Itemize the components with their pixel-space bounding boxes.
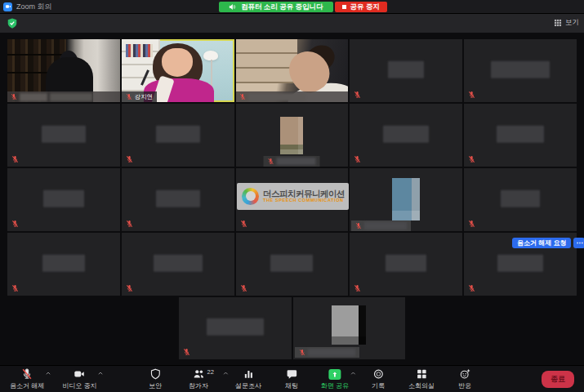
participant-name-bar [7, 91, 120, 102]
participant-tile[interactable] [179, 297, 291, 359]
sound-share-banner: 컴퓨터 소리 공유 중입니다 공유 중지 [219, 2, 387, 12]
unmute-label: 음소거 해제 [10, 381, 44, 390]
redacted-participant-name [43, 189, 84, 207]
participant-tile[interactable] [236, 39, 349, 102]
video-options-chevron-icon[interactable] [97, 370, 104, 376]
mic-muted-icon [468, 91, 475, 99]
mic-muted-icon [126, 220, 133, 228]
mic-muted-icon [126, 93, 132, 100]
participants-label: 참가자 [189, 381, 208, 390]
window-title: Zoom 회의 [16, 2, 52, 12]
view-button[interactable]: 보기 [554, 18, 579, 28]
mic-muted-icon [11, 155, 19, 163]
redacted-participant-name [156, 189, 200, 207]
participant-tile[interactable] [236, 104, 349, 167]
participant-tile[interactable] [7, 104, 120, 167]
redacted-participant-name [388, 60, 424, 78]
end-meeting-button[interactable]: 종료 [542, 371, 574, 388]
security-label: 보안 [149, 381, 162, 390]
participant-name-bar: 강지연 [122, 91, 158, 102]
watermark-subtitle: THE SPEECH COMMUNICATION [263, 198, 345, 203]
participants-count: 22 [207, 368, 214, 376]
more-options-button[interactable]: ⋯ [573, 238, 584, 248]
view-label: 보기 [565, 18, 579, 28]
breakout-rooms-button[interactable]: 소회의실 [408, 368, 435, 390]
video-background [203, 51, 218, 60]
participant-tile[interactable] [293, 297, 405, 359]
participants-button[interactable]: 22 참가자 [185, 368, 212, 390]
redacted-participant-name [207, 318, 264, 336]
titlebar: Zoom 회의 컴퓨터 소리 공유 중입니다 공유 중지 [0, 0, 584, 14]
active-speaker-tile[interactable]: 강지연 [122, 39, 234, 102]
video-background [7, 54, 66, 56]
participants-chevron-icon[interactable] [222, 370, 229, 376]
stop-video-button[interactable]: 비디오 중지 [62, 368, 96, 390]
audio-options-chevron-icon[interactable] [45, 370, 51, 376]
speaker-icon [229, 3, 236, 11]
participant-avatar [332, 305, 366, 345]
redacted-participant-name [277, 158, 316, 165]
reactions-label: 반응 [458, 381, 471, 390]
redacted-participant-name [364, 222, 407, 229]
participant-tile[interactable] [464, 168, 577, 231]
mic-muted-icon [468, 284, 475, 292]
participant-tile[interactable] [350, 233, 462, 296]
gallery-grid-icon [554, 19, 562, 27]
redacted-participant-name [270, 254, 313, 271]
record-label: 기록 [372, 381, 385, 390]
participant-avatar [392, 178, 420, 220]
record-button[interactable]: 기록 [364, 368, 392, 390]
polls-button[interactable]: 설문조사 [234, 368, 262, 390]
sound-share-text: 컴퓨터 소리 공유 중입니다 [241, 2, 323, 12]
mic-muted-icon [354, 155, 361, 163]
mic-muted-icon [126, 284, 133, 292]
participant-name-bar [236, 91, 349, 102]
participant-tile[interactable] [122, 168, 234, 231]
participant-tile[interactable] [350, 39, 462, 102]
unmute-request-overlay: 음소거 해제 요청 ⋯ [512, 238, 584, 248]
mic-muted-icon [183, 348, 190, 356]
participant-name: 강지연 [135, 93, 154, 101]
share-options-chevron-icon[interactable] [350, 370, 356, 376]
mic-muted-icon [468, 155, 475, 163]
mic-muted-icon [299, 349, 305, 356]
redacted-participant-name [308, 349, 355, 356]
participant-tile[interactable] [464, 39, 577, 102]
stop-share-button[interactable]: 공유 중지 [335, 2, 387, 12]
security-button[interactable]: 보안 [141, 368, 169, 390]
participant-tile[interactable] [350, 168, 462, 231]
participant-tile[interactable] [7, 233, 120, 296]
participant-tile[interactable] [350, 104, 462, 167]
participant-tile[interactable] [122, 104, 234, 167]
ask-to-unmute-button[interactable]: 음소거 해제 요청 [512, 238, 571, 248]
unmute-button[interactable]: 음소거 해제 [10, 368, 44, 390]
company-logo-icon [242, 188, 259, 205]
redacted-participant-name [42, 125, 86, 142]
mic-muted-icon [126, 155, 133, 163]
participant-tile[interactable] [122, 233, 234, 296]
mic-muted-icon [240, 284, 247, 292]
share-screen-label: 화면 공유 [321, 381, 349, 390]
mic-muted-icon [354, 284, 361, 292]
participant-avatar [280, 117, 303, 154]
stop-icon [342, 5, 346, 9]
chat-button[interactable]: 채팅 [278, 368, 305, 390]
participant-person [162, 48, 192, 77]
participant-tile[interactable] [7, 168, 120, 231]
stop-share-label: 공유 중지 [350, 2, 380, 12]
breakout-rooms-label: 소회의실 [408, 381, 435, 390]
polls-label: 설문조사 [235, 381, 261, 390]
participant-tile[interactable] [464, 104, 577, 167]
share-screen-button[interactable]: 화면 공유 [321, 368, 349, 390]
redacted-participant-name [497, 254, 543, 271]
participant-tile[interactable] [236, 233, 349, 296]
security-shield-icon[interactable] [7, 17, 18, 29]
chat-label: 채팅 [285, 381, 298, 390]
redacted-participant-name [383, 125, 429, 142]
mic-muted-icon [240, 220, 247, 228]
reactions-button[interactable]: 반응 [451, 368, 479, 390]
mic-muted-icon [355, 222, 362, 229]
redacted-participant-name [20, 93, 47, 101]
participant-tile[interactable] [7, 39, 120, 102]
mic-muted-icon [239, 93, 246, 100]
